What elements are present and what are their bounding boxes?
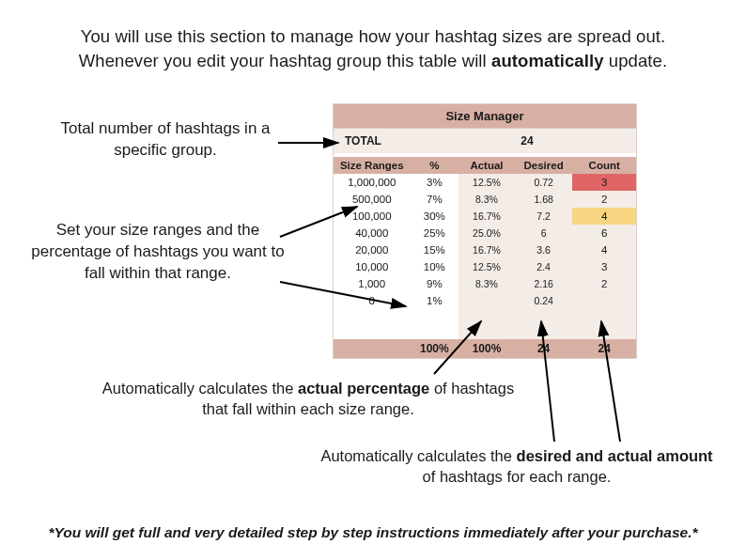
cell-actual: 16.7% [458,241,515,258]
cell-pct: 1% [411,292,459,309]
cell-actual: 12.5% [458,258,515,275]
cell-desired: 0.72 [515,174,573,191]
cell-actual: 25.0% [458,225,515,241]
table-empty-row [334,324,636,339]
cell-range: 10,000 [334,258,411,275]
annotation-desired-post: of hashtags for each range. [423,468,612,485]
cell-desired: 0.24 [515,292,573,309]
cell-count: 3 [572,258,636,275]
cell-pct: 30% [411,208,459,225]
cell-pct: 9% [411,275,459,292]
table-row: 20,00015%16.7%3.64 [334,241,636,258]
footer-actual: 100% [458,339,515,358]
intro-text: You will use this section to manage how … [28,24,718,73]
cell-range: 40,000 [334,225,411,241]
cell-count [572,292,636,309]
cell-actual: 16.7% [458,208,515,225]
header-desired: Desired [515,157,573,174]
intro-line1: You will use this section to manage how … [81,26,666,46]
table-total-row: TOTAL 24 [334,129,636,153]
table-header-row: Size Ranges % Actual Desired Count [334,157,636,174]
cell-count: 2 [572,191,636,208]
footer-desired: 24 [515,339,573,358]
table-title: Size Manager [334,104,636,129]
annotation-desired-pre: Automatically calculates the [320,447,516,464]
cell-count: 6 [572,225,636,241]
cell-desired: 1.68 [515,191,573,208]
cell-actual: 8.3% [458,275,515,292]
size-manager-table: Size Manager TOTAL 24 Size Ranges % Actu… [333,103,637,359]
header-range: Size Ranges [334,157,411,174]
table-row: 100,00030%16.7%7.24 [334,208,636,225]
total-label: TOTAL [334,134,418,148]
footer-range [334,339,411,358]
cell-count: 4 [572,241,636,258]
total-value: 24 [418,134,636,148]
intro-line2-pre: Whenever you edit your hashtag group thi… [79,51,491,70]
table-row: 1,0009%8.3%2.162 [334,275,636,292]
header-pct: % [411,157,459,174]
annotation-actual-bold: actual percentage [298,380,429,397]
cell-desired: 2.4 [515,258,573,275]
cell-actual [458,292,515,309]
footer-note: *You will get full and very detailed ste… [28,524,718,541]
header-count: Count [572,157,636,174]
cell-count: 4 [572,208,636,225]
cell-count: 3 [572,174,636,191]
annotation-actual: Automatically calculates the actual perc… [101,378,515,420]
annotation-desired: Automatically calculates the desired and… [319,445,714,488]
cell-range: 0 [334,292,411,309]
cell-desired: 7.2 [515,208,573,225]
cell-range: 1,000 [334,275,411,292]
annotation-actual-pre: Automatically calculates the [102,380,298,397]
footer-count: 24 [572,339,636,358]
table-row: 1,000,0003%12.5%0.723 [334,174,636,191]
cell-desired: 2.16 [515,275,573,292]
cell-range: 1,000,000 [334,174,411,191]
table-row: 40,00025%25.0%66 [334,225,636,241]
table-row: 01%0.24 [334,292,636,309]
cell-pct: 15% [411,241,459,258]
cell-range: 100,000 [334,208,411,225]
intro-line2-bold: automatically [491,51,604,70]
annotation-total: Total number of hashtags in a specific g… [43,118,288,162]
cell-pct: 10% [411,258,459,275]
table-empty-row [334,309,636,324]
cell-pct: 7% [411,191,459,208]
cell-pct: 3% [411,174,459,191]
cell-actual: 8.3% [458,191,515,208]
footer-pct: 100% [411,339,459,358]
cell-desired: 6 [515,225,573,241]
intro-line2-post: update. [604,51,668,70]
header-actual: Actual [458,157,515,174]
cell-range: 500,000 [334,191,411,208]
cell-actual: 12.5% [458,174,515,191]
cell-count: 2 [572,275,636,292]
cell-range: 20,000 [334,241,411,258]
annotation-desired-bold: desired and actual amount [517,447,713,464]
table-row: 500,0007%8.3%1.682 [334,191,636,208]
table-footer-row: 100% 100% 24 24 [334,339,636,358]
annotation-ranges: Set your size ranges and the percentage … [26,220,289,285]
table-row: 10,00010%12.5%2.43 [334,258,636,275]
cell-pct: 25% [411,225,459,241]
cell-desired: 3.6 [515,241,573,258]
